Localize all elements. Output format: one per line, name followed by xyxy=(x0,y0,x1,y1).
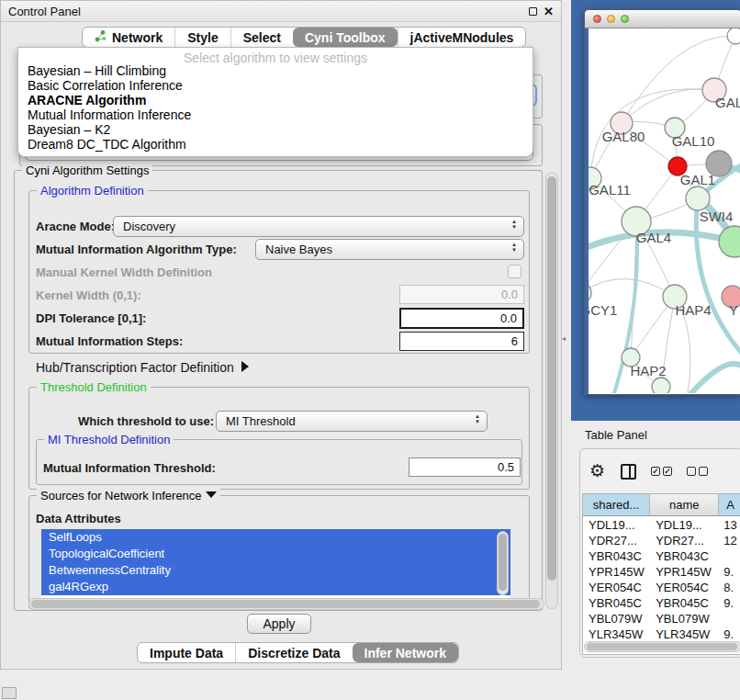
column-header-a[interactable]: A xyxy=(719,494,740,515)
tab-impute-data[interactable]: Impute Data xyxy=(138,643,235,662)
node-label-y: Y xyxy=(729,302,738,318)
float-window-icon[interactable] xyxy=(529,7,537,16)
network-node-gcy1[interactable] xyxy=(589,282,591,304)
node-label-gal11: GAL11 xyxy=(589,182,631,198)
network-node-swi4[interactable] xyxy=(686,186,710,210)
tab-infer-network[interactable]: Infer Network xyxy=(353,643,458,662)
table-panel: ⚙ ✓✓ shared...nameA YDL19...YDL19...13YD… xyxy=(579,448,740,658)
aracne-mode-label: Aracne Mode: xyxy=(36,220,115,233)
node-label-gal: GAL xyxy=(715,95,740,110)
mi-algorithm-type-label: Mutual Information Algorithm Type: xyxy=(36,243,237,256)
panel-tabs: NetworkStyleSelectCyni ToolboxjActiveMNo… xyxy=(82,27,526,48)
table-row[interactable]: YBR043CYBR043C xyxy=(583,548,740,564)
mac-close-icon[interactable] xyxy=(593,15,601,23)
node-label-hap4: HAP4 xyxy=(675,302,711,318)
algorithm-popup-placeholder: Select algorithm to view settings xyxy=(18,48,533,63)
apply-button[interactable]: Apply xyxy=(247,614,311,634)
table-row[interactable]: YER054CYER054C8. xyxy=(583,580,740,595)
table-toolbar: ⚙ ✓✓ xyxy=(589,460,708,482)
attribute-item-gal4rgexp[interactable]: gal4RGexp xyxy=(41,579,510,595)
tab-discretize-data[interactable]: Discretize Data xyxy=(235,643,352,662)
table-panel-area: Table Panel ⚙ ✓✓ shared...nameA YDL19...… xyxy=(562,421,740,700)
algorithm-dropdown-popup: Select algorithm to view settings Bayesi… xyxy=(17,47,533,157)
node-label-gal4: GAL4 xyxy=(636,230,671,245)
hub-definition-toggle[interactable]: Hub/Transcription Factor Definition xyxy=(36,360,249,375)
network-node[interactable] xyxy=(719,226,740,257)
column-header-name[interactable]: name xyxy=(650,494,719,515)
tab-cyni-toolbox[interactable]: Cyni Toolbox xyxy=(293,28,398,47)
control-panel-title: Control Panel xyxy=(8,5,81,18)
kernel-width-label: Kernel Width (0,1): xyxy=(36,288,141,302)
mi-steps-field[interactable]: 6 xyxy=(399,332,524,351)
table-body: YDL19...YDL19...13YDR27...YDR27...12YBR0… xyxy=(583,517,740,642)
mi-threshold-field[interactable]: 0.5 xyxy=(409,457,521,477)
table-row[interactable]: YLR345WYLR345W9. xyxy=(583,627,740,642)
tab-network[interactable]: Network xyxy=(83,28,174,47)
network-edge xyxy=(691,364,740,393)
splitter-handle[interactable]: ◂ xyxy=(562,334,568,343)
screen: Control Panel ✕ NetworkStyleSelectCyni T… xyxy=(0,0,740,700)
table-row[interactable]: YDR27...YDR27...12 xyxy=(583,533,740,548)
mac-minimize-icon[interactable] xyxy=(607,15,615,23)
attribute-item-selfloops[interactable]: SelfLoops xyxy=(41,529,510,546)
column-header-shared-[interactable]: shared... xyxy=(583,494,650,515)
algorithm-option-bayesian-hill-climbing[interactable]: Bayesian – Hill Climbing xyxy=(18,63,533,78)
table-header-row: shared...nameA xyxy=(583,494,740,516)
settings-horizontal-scrollbar[interactable] xyxy=(28,598,544,610)
tab-jactivemnodules[interactable]: jActiveMNodules xyxy=(398,28,526,47)
table-row[interactable]: YPR145WYPR145W9. xyxy=(583,564,740,580)
gear-icon[interactable]: ⚙ xyxy=(589,462,605,480)
resize-grip[interactable] xyxy=(2,687,17,699)
attribute-item-betweennesscentrality[interactable]: BetweennessCentrality xyxy=(41,562,510,579)
network-icon xyxy=(95,29,107,45)
algorithm-option-dream8-dc-tdc-algorithm[interactable]: Dream8 DC_TDC Algorithm xyxy=(18,137,533,152)
mi-threshold-definition-title: MI Threshold Definition xyxy=(44,433,174,446)
network-node[interactable] xyxy=(727,28,740,44)
network-view-window: GALGAL80GAL10GAL1GAL11SWI4GAL4GCY1HAP4YH… xyxy=(584,9,740,395)
attribute-list-scrollbar[interactable] xyxy=(497,531,509,595)
settings-vertical-scrollbar[interactable] xyxy=(545,172,558,609)
which-threshold-select[interactable]: MI Threshold ▲▼ xyxy=(216,411,488,432)
table-row[interactable]: YDL19...YDL19...13 xyxy=(583,517,740,533)
stepper-arrows-icon: ▲▼ xyxy=(475,413,480,424)
data-attributes-label: Data Attributes xyxy=(36,512,121,525)
node-label-gal80: GAL80 xyxy=(602,129,645,144)
node-label-hap2: HAP2 xyxy=(630,363,666,378)
which-threshold-label: Which threshold to use: xyxy=(78,414,214,428)
attribute-item-topologicalcoefficient[interactable]: TopologicalCoefficient xyxy=(41,546,510,562)
network-canvas[interactable]: GALGAL80GAL10GAL1GAL11SWI4GAL4GCY1HAP4YH… xyxy=(589,28,740,394)
kernel-width-field[interactable]: 0.0 xyxy=(399,285,524,304)
algorithm-option-bayesian-k2[interactable]: Bayesian – K2 xyxy=(18,122,533,137)
threshold-definition-title: Threshold Definition xyxy=(37,380,151,394)
network-window-titlebar xyxy=(585,10,740,28)
manual-kernel-width-label: Manual Kernel Width Definition xyxy=(36,265,212,279)
mi-steps-label: Mutual Information Steps: xyxy=(36,334,183,348)
table-horizontal-scrollbar[interactable] xyxy=(584,641,740,652)
dpi-tolerance-field[interactable]: 0.0 xyxy=(399,308,524,329)
tab-select[interactable]: Select xyxy=(230,28,293,47)
mac-zoom-icon[interactable] xyxy=(621,15,629,23)
bottom-tabs: Impute DataDiscretize DataInfer Network xyxy=(137,642,459,663)
algorithm-option-basic-correlation-inference[interactable]: Basic Correlation Inference xyxy=(18,78,533,93)
aracne-mode-select[interactable]: Discovery ▲▼ xyxy=(113,216,524,237)
mi-threshold-label: Mutual Information Threshold: xyxy=(43,461,216,475)
sources-title[interactable]: Sources for Network Inference xyxy=(37,489,220,502)
cyni-algorithm-settings-title: Cyni Algorithm Settings xyxy=(22,164,152,177)
manual-kernel-width-checkbox[interactable] xyxy=(508,265,521,278)
algorithm-option-mutual-information-inference[interactable]: Mutual Information Inference xyxy=(18,107,533,122)
stepper-arrows-icon: ▲▼ xyxy=(511,219,517,230)
cytoscape-desktop: GALGAL80GAL10GAL1GAL11SWI4GAL4GCY1HAP4YH… xyxy=(571,0,740,421)
columns-icon[interactable] xyxy=(621,464,636,480)
expanded-arrow-icon xyxy=(206,491,217,498)
network-node[interactable] xyxy=(652,378,670,393)
collapsed-arrow-icon xyxy=(241,361,249,372)
table-row[interactable]: YBL079WYBL079W xyxy=(583,611,740,627)
table-row[interactable]: YBR045CYBR045C9. xyxy=(583,595,740,611)
checked-boxes-icon[interactable]: ✓✓ xyxy=(651,467,672,476)
algorithm-option-aracne-algorithm[interactable]: ARACNE Algorithm xyxy=(18,93,533,107)
unchecked-boxes-icon[interactable] xyxy=(687,467,708,476)
close-icon[interactable]: ✕ xyxy=(544,5,554,18)
tab-style[interactable]: Style xyxy=(174,28,230,47)
control-panel-titlebar: Control Panel ✕ xyxy=(1,1,561,22)
mi-algorithm-type-select[interactable]: Naive Bayes ▲▼ xyxy=(255,239,524,260)
